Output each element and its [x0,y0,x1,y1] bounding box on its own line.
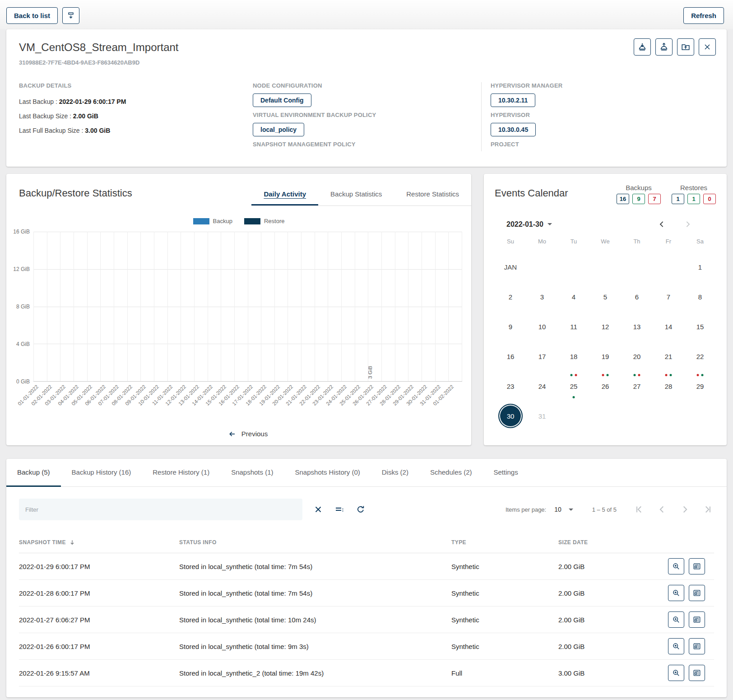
backup-button[interactable] [634,38,651,56]
calendar-day-5[interactable]: 5 [589,282,621,312]
statistics-tabs: Daily ActivityBackup StatisticsRestore S… [251,184,471,206]
magnify-plus-button[interactable] [668,665,684,681]
cell-snapshot-time: 2022-01-26 6:00:17 PM [19,643,179,650]
date-selector[interactable]: 2022-01-30 [504,220,555,229]
calendar-day-18[interactable]: 18 [558,341,589,371]
calendar-day-13[interactable]: 13 [621,312,653,341]
calendar-day-15[interactable]: 15 [684,312,716,341]
export-button[interactable] [677,38,694,56]
tab-snapshots-1[interactable]: Snapshots (1) [220,459,284,487]
calendar-day-20[interactable]: 20 [621,341,653,371]
hypervisor-manager-chip[interactable]: 10.30.2.11 [491,93,535,107]
refresh-icon [356,504,366,514]
magnify-plus-button[interactable] [668,558,684,574]
calendar-day-14[interactable]: 14 [653,312,684,341]
cell-type: Synthetic [451,616,558,624]
close-button[interactable] [699,38,716,56]
day-number: 9 [509,323,512,331]
calendar-day-25[interactable]: 25 [558,371,589,401]
tab-disks-2[interactable]: Disks (2) [371,459,419,487]
column-header-snapshot-time[interactable]: SNAPSHOT TIME [19,539,179,546]
calendar-day-3[interactable]: 3 [526,282,558,312]
items-per-page-select[interactable]: 10 [552,505,576,513]
previous-button[interactable]: Previous [225,429,270,438]
reload-table-button[interactable] [354,503,367,516]
calendar-day-9[interactable]: 9 [495,312,526,341]
hypervisor-chip[interactable]: 10.30.0.45 [491,123,536,136]
calendar-day-28[interactable]: 28 [653,371,684,401]
tab-backup-5[interactable]: Backup (5) [6,459,61,487]
prev-page-button[interactable] [655,503,669,516]
calendar-day-22[interactable]: 22 [684,341,716,371]
calendar-next-button[interactable] [683,219,692,229]
filter-input[interactable] [19,499,302,520]
restore-button[interactable] [655,38,673,56]
chart-slot [274,232,288,381]
calendar-day-27[interactable]: 27 [621,371,653,401]
magnify-plus-icon [672,562,681,571]
last-page-button[interactable] [701,503,714,516]
columns-button[interactable] [332,502,347,517]
tab-settings[interactable]: Settings [482,459,529,487]
report-button[interactable] [689,638,705,654]
calendar-day-26[interactable]: 26 [589,371,621,401]
calendar-day-21[interactable]: 21 [653,341,684,371]
backup-detail-row: Last Backup Size : 2.00 GiB [19,112,253,120]
calendar-day-12[interactable]: 12 [589,312,621,341]
chart-slot [435,232,449,381]
chart-slot [167,232,181,381]
calendar-day-8[interactable]: 8 [684,282,716,312]
tab-daily-activity[interactable]: Daily Activity [251,184,318,205]
tab-restore-history-1[interactable]: Restore History (1) [142,459,220,487]
calendar-cell: 5 [589,282,621,312]
back-to-list-button[interactable]: Back to list [6,7,58,24]
tab-restore-statistics[interactable]: Restore Statistics [394,184,471,205]
tab-backup-statistics[interactable]: Backup Statistics [318,184,394,205]
ve-backup-policy-chip[interactable]: local_policy [253,123,304,136]
calendar-day-4[interactable]: 4 [558,282,589,312]
calendar-day-11[interactable]: 11 [558,312,589,341]
day-number: 15 [696,323,704,331]
report-button[interactable] [689,558,705,574]
calendar-cell: 22 [684,341,716,371]
calendar-day-6[interactable]: 6 [621,282,653,312]
day-number: 1 [698,263,702,271]
calendar-day-19[interactable]: 19 [589,341,621,371]
column-header-size-date[interactable]: SIZE DATE [558,539,667,546]
calendar-day-10[interactable]: 10 [526,312,558,341]
calendar-day-16[interactable]: 16 [495,341,526,371]
cell-type: Full [451,669,558,677]
tab-snapshots-history-0[interactable]: Snapshots History (0) [284,459,371,487]
column-header-status-info[interactable]: STATUS INFO [179,539,451,546]
events-group-label: Backups [617,184,661,191]
tab-schedules-2[interactable]: Schedules (2) [419,459,483,487]
tab-backup-history-16[interactable]: Backup History (16) [61,459,142,487]
magnify-plus-button[interactable] [668,611,684,628]
node-configuration-chip[interactable]: Default Config [253,93,311,107]
next-page-button[interactable] [678,503,691,516]
middle-row: Backup/Restore Statistics Daily Activity… [6,174,727,445]
clear-filter-button[interactable] [311,503,325,516]
calendar-prev-button[interactable] [657,219,667,229]
report-button[interactable] [689,665,705,681]
magnify-plus-button[interactable] [668,585,684,601]
column-header-type[interactable]: TYPE [451,539,558,546]
magnify-plus-button[interactable] [668,638,684,654]
calendar-day-2[interactable]: 2 [495,282,526,312]
report-button[interactable] [689,611,705,628]
calendar-day-31[interactable]: 31 [526,401,558,431]
refresh-button[interactable]: Refresh [683,7,724,24]
calendar-day-17[interactable]: 17 [526,341,558,371]
calendar-day-1[interactable]: 1 [684,252,716,282]
calendar-day-29[interactable]: 29 [684,371,716,401]
calendar-day-30[interactable]: 30 [498,404,523,428]
first-page-button[interactable] [633,503,646,516]
calendar-day-7[interactable]: 7 [653,282,684,312]
report-button[interactable] [689,585,705,601]
pin-header-button[interactable] [62,7,79,24]
cell-status-info: Stored in local_synthetic (total time: 1… [179,616,451,624]
calendar-week-row: 16171819202122 [495,341,716,371]
calendar-day-23[interactable]: 23 [495,371,526,401]
calendar-day-24[interactable]: 24 [526,371,558,401]
vm-detail-columns: BACKUP DETAILS Last Backup : 2022-01-29 … [19,82,714,151]
